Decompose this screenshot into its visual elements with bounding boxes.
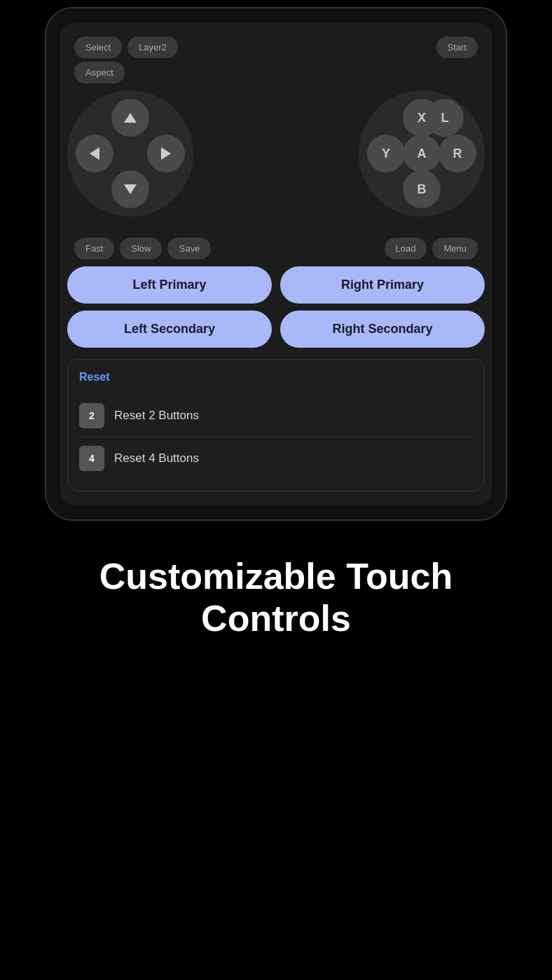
menu-button[interactable]: Menu <box>432 238 478 259</box>
top-buttons-row: Select Layer2 Aspect Start <box>67 36 485 83</box>
reset-title: Reset <box>79 371 473 383</box>
dpad-down-button[interactable] <box>111 170 149 208</box>
headline-area: Customizable Touch Controls <box>0 521 552 682</box>
dpad-up-button[interactable] <box>111 99 149 137</box>
reset-4-icon: 4 <box>79 446 104 471</box>
secondary-buttons-row: Left Secondary Right Secondary <box>67 311 485 348</box>
phone-screen: Select Layer2 Aspect Start <box>46 8 506 519</box>
face-b-button[interactable]: B <box>403 170 441 208</box>
right-secondary-button[interactable]: Right Secondary <box>280 311 485 348</box>
arrow-down-icon <box>124 184 137 194</box>
fast-button[interactable]: Fast <box>74 238 114 259</box>
aspect-button[interactable]: Aspect <box>74 62 125 83</box>
select-button[interactable]: Select <box>74 36 122 58</box>
right-primary-button[interactable]: Right Primary <box>280 266 485 304</box>
controller-area: Select Layer2 Aspect Start <box>60 22 492 505</box>
face-y-button[interactable]: Y <box>367 135 405 172</box>
save-button[interactable]: Save <box>167 238 211 259</box>
reset-4-item[interactable]: 4 Reset 4 Buttons <box>79 437 473 479</box>
face-r-button[interactable]: R <box>439 135 476 172</box>
aspect-row: Aspect <box>74 62 125 83</box>
load-button[interactable]: Load <box>385 238 427 259</box>
arrow-up-icon <box>124 113 137 123</box>
arrow-right-icon <box>161 147 171 160</box>
primary-buttons-row: Left Primary Right Primary <box>67 266 485 304</box>
left-secondary-button[interactable]: Left Secondary <box>67 311 272 348</box>
arrow-left-icon <box>90 147 99 160</box>
face-a-button[interactable]: A <box>403 135 441 172</box>
reset-2-label: Reset 2 Buttons <box>114 409 199 423</box>
top-left-buttons: Select Layer2 Aspect <box>74 36 178 83</box>
reset-section: Reset 2 Reset 2 Buttons 4 Reset 4 Button… <box>67 359 485 491</box>
dpad-right-button[interactable] <box>147 135 185 172</box>
start-button-area: Start <box>436 36 478 83</box>
reset-4-label: Reset 4 Buttons <box>114 451 199 465</box>
headline-text: Customizable Touch Controls <box>21 556 531 640</box>
bottom-left-buttons: Fast Slow Save <box>74 238 211 259</box>
reset-2-item[interactable]: 2 Reset 2 Buttons <box>79 395 473 437</box>
slow-button[interactable]: Slow <box>120 238 162 259</box>
start-button[interactable]: Start <box>436 36 478 58</box>
phone-frame: Select Layer2 Aspect Start <box>45 7 507 521</box>
left-primary-button[interactable]: Left Primary <box>67 266 272 304</box>
dpad-left-button[interactable] <box>76 135 113 172</box>
layer2-button[interactable]: Layer2 <box>127 36 178 58</box>
face-l-button[interactable]: L <box>426 99 464 137</box>
bottom-right-buttons: Load Menu <box>385 238 478 259</box>
reset-2-icon: 2 <box>79 403 104 428</box>
bottom-buttons-row: Fast Slow Save Load Menu <box>67 238 485 259</box>
dpad <box>67 90 193 217</box>
face-buttons: X L Y A R B <box>359 90 485 217</box>
main-controls-row: X L Y A R B <box>67 90 485 217</box>
select-layer-row: Select Layer2 <box>74 36 178 58</box>
